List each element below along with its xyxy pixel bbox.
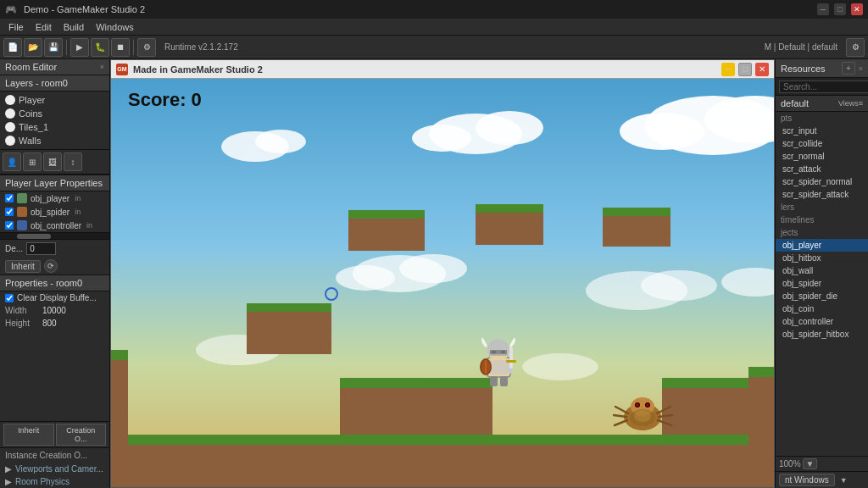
layer-add-tile[interactable]: ⊞ (23, 152, 42, 171)
resources-add-btn[interactable]: + (842, 62, 855, 75)
menu-edit[interactable]: Edit (31, 20, 57, 34)
layer-player[interactable]: Player (0, 93, 109, 107)
res-scr-attack[interactable]: scr_attack (776, 163, 868, 175)
zoom-dropdown[interactable]: ▼ (803, 458, 818, 469)
game-canvas: Score: 0 (111, 79, 774, 487)
layer-walls-label: Walls (19, 136, 41, 146)
clear-display-checkbox[interactable] (5, 294, 14, 302)
creation-btn[interactable]: Creation O... (56, 424, 107, 446)
res-scr-collide[interactable]: scr_collide (776, 137, 868, 150)
toolbar-settings[interactable]: ⚙ (137, 38, 156, 57)
res-obj-hitbox[interactable]: obj_hitbox (776, 252, 868, 264)
platform-2-top (476, 204, 543, 213)
layer-add-bg[interactable]: 🖼 (43, 152, 62, 171)
room-physics-item[interactable]: ▶ Room Physics (0, 475, 109, 488)
depth-input[interactable]: 0 (26, 242, 56, 255)
inherit-btn[interactable]: Inherit (5, 260, 41, 273)
toolbar-play[interactable]: ▶ (70, 38, 89, 57)
layer-tiles[interactable]: Tiles_1 (0, 120, 109, 134)
game-maximize-btn[interactable]: □ (738, 63, 752, 76)
game-window: GM Made in GameMaker Studio 2 ─ □ ✕ Scor… (110, 59, 775, 488)
blue-circle-indicator (325, 287, 338, 301)
res-obj-wall[interactable]: obj_wall (776, 264, 868, 277)
layer-tiles-label: Tiles_1 (19, 122, 48, 132)
viewport-arrow: ▶ (5, 464, 12, 474)
zoom-label: 100% (779, 459, 801, 469)
inherit-room-btn[interactable]: Inherit (3, 424, 54, 446)
viewports-label: Viewports and Camer... (15, 464, 103, 474)
res-scr-spider-attack[interactable]: scr_spider_attack (776, 188, 868, 201)
spider-enemy (611, 390, 675, 436)
platform-2 (476, 204, 543, 245)
inherit-reset-btn[interactable]: ⟳ (44, 259, 58, 273)
layer-dot (5, 95, 15, 105)
views-btn[interactable]: Views≡ (838, 99, 863, 108)
titlebar-controls: ─ □ ✕ (817, 3, 863, 15)
res-scr-input[interactable]: scr_input (776, 125, 868, 137)
score-label: Score: (128, 89, 186, 110)
game-close-btn[interactable]: ✕ (755, 63, 769, 76)
layer-coins[interactable]: Coins (0, 107, 109, 120)
res-obj-controller[interactable]: obj_controller (776, 315, 868, 328)
main-toolbar: 📄 📂 💾 ▶ 🐛 ⏹ ⚙ Runtime v2.1.2.172 M | Def… (0, 36, 868, 59)
search-input[interactable] (779, 80, 868, 93)
room-editor-close[interactable]: × (100, 63, 104, 71)
prop-player-checkbox[interactable] (5, 194, 14, 202)
minimize-btn[interactable]: ─ (817, 3, 829, 15)
toolbar-sep1 (66, 40, 67, 55)
layer-dot (5, 122, 15, 132)
toolbar-new[interactable]: 📄 (3, 38, 22, 57)
res-scr-normal[interactable]: scr_normal (776, 150, 868, 163)
prop-spider-checkbox[interactable] (5, 208, 14, 216)
res-obj-player[interactable]: obj_player (776, 239, 868, 252)
menu-windows[interactable]: Windows (91, 20, 139, 34)
bottom-dropdown[interactable]: ▼ (840, 476, 848, 485)
clear-display-row: Clear Display Buffe... (0, 291, 109, 304)
res-obj-coin[interactable]: obj_coin (776, 302, 868, 315)
windows-btn[interactable]: nt Windows (779, 474, 835, 486)
svg-rect-23 (490, 376, 498, 386)
svg-line-39 (615, 420, 627, 425)
height-row: Height 800 (0, 317, 109, 330)
layer-add-instance[interactable]: 👤 (3, 152, 21, 171)
prop-player-in: in (75, 194, 81, 202)
svg-point-35 (637, 404, 639, 407)
scrollbar-thumb (17, 234, 51, 239)
app-title: Demo - GameMaker Studio 2 (24, 4, 145, 14)
toolbar-grid[interactable]: ⚙ (846, 38, 865, 57)
height-label: Height (5, 319, 39, 328)
prop-obj-player[interactable]: obj_player in (0, 191, 109, 205)
toolbar-open[interactable]: 📂 (24, 38, 42, 57)
resources-subheader: default Views≡ (776, 96, 868, 112)
layer-walls[interactable]: Walls (0, 134, 109, 147)
prop-spider-in: in (75, 208, 81, 216)
svg-line-40 (657, 407, 670, 413)
svg-rect-26 (509, 347, 513, 369)
resources-close-btn[interactable]: × (859, 64, 863, 73)
prop-obj-spider[interactable]: obj_spider in (0, 205, 109, 219)
res-obj-spider-die[interactable]: obj_spider_die (776, 290, 868, 302)
viewports-item[interactable]: ▶ Viewports and Camer... (0, 463, 109, 475)
layer-dot (5, 136, 15, 146)
spacer (776, 341, 868, 456)
close-btn[interactable]: ✕ (851, 3, 863, 15)
terrain-left (111, 360, 128, 445)
toolbar-debug[interactable]: 🐛 (91, 38, 109, 57)
res-scr-spider-normal[interactable]: scr_spider_normal (776, 175, 868, 188)
game-minimize-btn[interactable]: ─ (721, 63, 735, 76)
layer-tool4[interactable]: ↕ (64, 152, 82, 171)
maximize-btn[interactable]: □ (834, 3, 846, 15)
res-obj-spider-hitbox[interactable]: obj_spider_hitbox (776, 328, 868, 341)
timelines-label: timelines (776, 214, 868, 226)
menu-build[interactable]: Build (58, 20, 89, 34)
app-titlebar: 🎮 Demo - GameMaker Studio 2 ─ □ ✕ (0, 0, 868, 19)
prop-controller-checkbox[interactable] (5, 221, 14, 230)
res-obj-spider[interactable]: obj_spider (776, 277, 868, 290)
prop-obj-controller[interactable]: obj_controller in (0, 219, 109, 232)
toolbar-save[interactable]: 💾 (44, 38, 63, 57)
svg-rect-24 (500, 376, 508, 386)
menu-file[interactable]: File (3, 20, 29, 34)
game-window-title: Made in GameMaker Studio 2 (133, 64, 716, 75)
toolbar-stop[interactable]: ⏹ (111, 38, 130, 57)
scrollbar-h[interactable] (0, 232, 109, 239)
